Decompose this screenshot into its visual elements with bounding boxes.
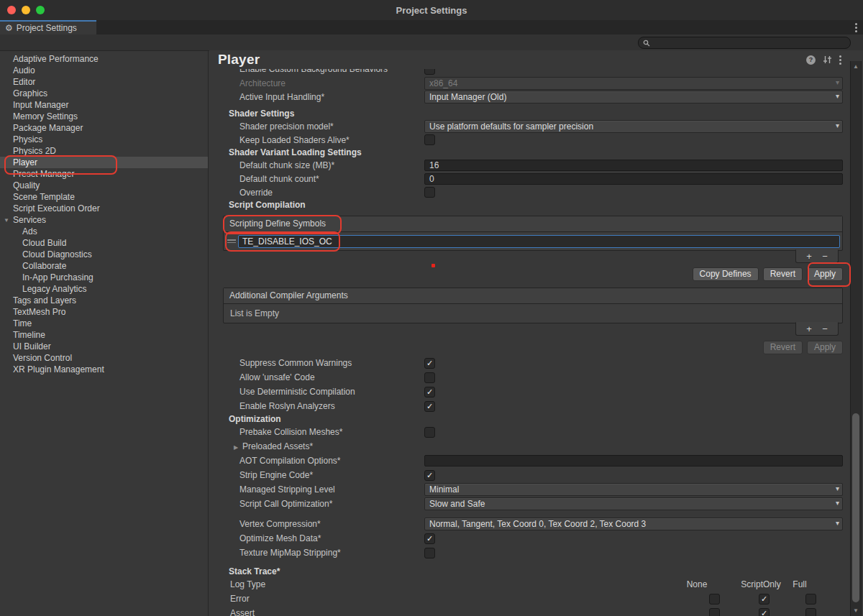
checkbox[interactable]: ✓ [424,470,435,481]
checkbox[interactable] [424,372,435,383]
sidebar-item-graphics[interactable]: Graphics [0,88,208,99]
checkbox[interactable] [424,69,435,75]
checkbox[interactable] [805,594,816,604]
tab-menu-icon[interactable] [855,23,857,32]
button-row: RevertApply [214,341,843,354]
sidebar-item-ads[interactable]: Ads [0,226,208,237]
foldout-open-icon[interactable]: ▼ [4,215,13,226]
sidebar-item-package-manager[interactable]: Package Manager [0,122,208,134]
add-button[interactable]: + [806,252,812,261]
field-label: Prebake Collision Meshes* [214,427,424,437]
row-default-chunk-count: Default chunk count*0 [214,172,843,185]
sidebar-item-ui-builder[interactable]: UI Builder [0,341,208,352]
checkbox[interactable]: ✓ [759,594,770,604]
sidebar-item-time[interactable]: Time [0,318,208,329]
apply-button[interactable]: Apply [807,267,843,281]
sidebar-item-editor[interactable]: Editor [0,76,208,88]
field-label: ▶Preloaded Assets* [214,441,424,451]
sidebar-item-audio[interactable]: Audio [0,65,208,76]
dropdown-script-call-optimization[interactable]: Slow and Safe▾ [424,497,843,510]
remove-button[interactable]: − [822,324,828,334]
dropdown-shader-precision-model[interactable]: Use platform defaults for sampler precis… [424,120,843,133]
sidebar-item-preset-manager[interactable]: Preset Manager [0,168,208,180]
checkbox[interactable] [424,548,435,558]
text-input-default-chunk-size-mb[interactable]: 16 [424,160,843,171]
sidebar-item-tags-and-layers[interactable]: Tags and Layers [0,295,208,306]
vertical-scrollbar[interactable]: ▲ ▼ [850,61,862,616]
checkbox[interactable] [424,187,435,198]
checkbox[interactable]: ✓ [424,358,435,369]
checkbox[interactable]: ✓ [424,533,435,544]
text-input-default-chunk-count[interactable]: 0 [424,173,843,185]
drag-handle-icon[interactable] [227,239,236,243]
panel-menu-icon[interactable] [839,55,841,65]
foldout-closed-icon[interactable]: ▶ [234,444,242,451]
copy-defines-button[interactable]: Copy Defines [693,267,759,281]
sidebar-item-legacy-analytics[interactable]: Legacy Analytics [0,283,208,295]
sidebar-item-timeline[interactable]: Timeline [0,329,208,341]
tab-project-settings[interactable]: ⚙ Project Settings [0,20,96,35]
sidebar-item-in-app-purchasing[interactable]: In-App Purchasing [0,272,208,283]
sidebar-item-input-manager[interactable]: Input Manager [0,99,208,111]
section-header-stack-trace: Stack Trace* [214,566,843,577]
define-symbol-field[interactable]: TE_DISABLE_IOS_OC [238,235,840,248]
scroll-up-icon[interactable]: ▲ [851,63,861,70]
sidebar-item-script-execution-order[interactable]: Script Execution Order [0,203,208,214]
help-icon[interactable]: ? [806,55,816,65]
sidebar-item-cloud-diagnostics[interactable]: Cloud Diagnostics [0,249,208,260]
add-button[interactable]: + [806,324,812,334]
dropdown-value: Input Manager (Old) [429,92,506,102]
sidebar-item-xr-plugin-management[interactable]: XR Plugin Management [0,364,208,375]
text-input-aot-compilation-options[interactable] [424,455,843,466]
chevron-down-icon: ▾ [836,519,839,527]
field-label: Shader precision model* [214,121,424,132]
sidebar-item-label: Legacy Analytics [22,284,86,294]
sidebar-item-services[interactable]: ▼Services [0,214,208,226]
checkbox[interactable] [424,427,435,438]
preset-icon[interactable] [823,55,832,64]
field-control [424,134,843,145]
scrollbar-thumb[interactable] [852,413,859,602]
section-header-script-compilation: Script Compilation [214,199,843,211]
row-override: Override [214,185,843,199]
sidebar-item-adaptive-performance[interactable]: Adaptive Performance [0,53,208,65]
section-header-optimization: Optimization [214,413,843,425]
sidebar-item-collaborate[interactable]: Collaborate [0,260,208,272]
sidebar-item-cloud-build[interactable]: Cloud Build [0,237,208,249]
list-element[interactable]: TE_DISABLE_IOS_OC [226,234,840,249]
sidebar-item-scene-template[interactable]: Scene Template [0,191,208,203]
sidebar-item-textmesh-pro[interactable]: TextMesh Pro [0,306,208,318]
revert-button[interactable]: Revert [763,267,803,281]
sidebar-item-player[interactable]: Player [0,157,208,168]
dropdown-active-input-handling[interactable]: Input Manager (Old)▾ [424,91,843,104]
checkbox[interactable]: ✓ [424,387,435,397]
remove-button[interactable]: − [822,252,828,261]
row-vertex-compression: Vertex Compression*Normal, Tangent, Tex … [214,517,843,531]
checkbox[interactable]: ✓ [759,608,770,616]
dropdown-vertex-compression[interactable]: Normal, Tangent, Tex Coord 0, Tex Coord … [424,518,843,530]
checkbox[interactable] [805,608,816,616]
sidebar-item-label: XR Plugin Management [13,364,104,374]
dropdown-managed-stripping-level[interactable]: Minimal▾ [424,483,843,496]
checkbox[interactable] [424,134,435,145]
sidebar-item-memory-settings[interactable]: Memory Settings [0,111,208,122]
page-title: Player [218,52,260,68]
list-box-header[interactable]: Scripting Define Symbols [224,216,842,232]
checkbox[interactable]: ✓ [424,401,435,412]
sidebar-item-label: Graphics [13,88,47,98]
sidebar-item-quality[interactable]: Quality [0,180,208,191]
list-box-header[interactable]: Additional Compiler Arguments [224,288,842,304]
checkbox[interactable] [709,594,720,604]
field-control: ✓ [424,470,843,481]
sidebar-item-physics[interactable]: Physics [0,134,208,145]
sidebar-item-physics-2d[interactable]: Physics 2D [0,145,208,157]
sidebar-item-label: Ads [22,226,37,236]
sidebar-item-label: Cloud Build [22,238,66,248]
sidebar-item-version-control[interactable]: Version Control [0,352,208,364]
row-shader-precision-model: Shader precision model*Use platform defa… [214,119,843,133]
main-panel: Player ? Enable Custom Background Behavi… [209,50,863,616]
row-allow-unsafe-code: Allow 'unsafe' Code [214,370,843,385]
search-input[interactable] [638,37,851,49]
scroll-down-icon[interactable]: ▼ [851,607,861,614]
checkbox[interactable] [709,608,720,616]
